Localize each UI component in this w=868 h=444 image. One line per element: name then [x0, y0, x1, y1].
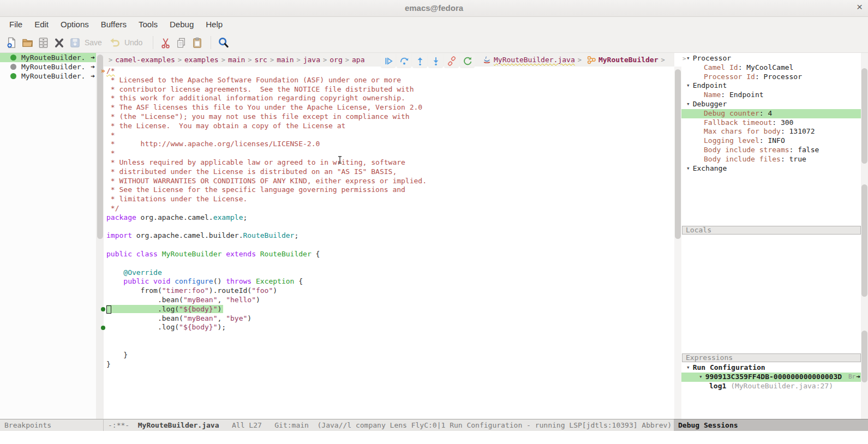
- tree-row-fallback-timeout[interactable]: Fallback timeout: 300: [681, 118, 861, 128]
- tree-row-debug-counter[interactable]: Debug counter: 4: [681, 109, 861, 118]
- code-line[interactable]: .log("${body}");: [106, 323, 427, 332]
- code-line[interactable]: [106, 259, 427, 268]
- menu-item-debug[interactable]: Debug: [164, 16, 200, 33]
- minibuffer[interactable]: [0, 431, 868, 444]
- expander-triangle-icon[interactable]: ▾: [681, 363, 693, 373]
- code-line[interactable]: [106, 341, 427, 351]
- code-line[interactable]: }: [106, 360, 427, 369]
- code-line[interactable]: * limitations under the License.: [106, 195, 427, 204]
- paste-button[interactable]: [190, 35, 204, 50]
- code-line[interactable]: * http://www.apache.org/licenses/LICENSE…: [106, 140, 427, 149]
- code-line[interactable]: from("timer:foo").routeId("foo"): [106, 286, 427, 296]
- tree-row-body-include-streams[interactable]: Body include streams: false: [681, 146, 861, 155]
- breadcrumb-item[interactable]: java: [303, 56, 320, 64]
- menu-item-options[interactable]: Options: [55, 16, 95, 33]
- breadcrumb-item[interactable]: examples: [184, 56, 219, 64]
- debug-continue-button[interactable]: [381, 54, 396, 68]
- code-line[interactable]: * this work for additional information r…: [106, 94, 427, 103]
- expander-triangle-icon[interactable]: ▾: [681, 81, 693, 91]
- editor-scrollbar[interactable]: [674, 67, 681, 419]
- tree-row-processor[interactable]: ▾Processor: [681, 54, 861, 63]
- code-line[interactable]: package org.apache.camel.example;: [106, 213, 427, 223]
- tree-row-endpoint[interactable]: ▾Endpoint: [681, 81, 861, 91]
- tree-row-name[interactable]: Name: Endpoint: [681, 91, 861, 100]
- code-buffer[interactable]: »/* * Licensed to the Apache Software Fo…: [106, 67, 427, 369]
- scrollbar-thumb[interactable]: [861, 68, 867, 164]
- tree-row-logging-level[interactable]: Logging level: INFO: [681, 136, 861, 146]
- expander-triangle-icon[interactable]: ▾: [681, 100, 693, 109]
- tree-row-debugger[interactable]: ▾Debugger: [681, 100, 861, 109]
- tree-row-log1[interactable]: log1 (MyRouteBuilder.java:27): [681, 382, 861, 391]
- breakpoint-item[interactable]: MyRouteBuilder.➔: [0, 62, 96, 71]
- menu-item-help[interactable]: Help: [200, 16, 229, 33]
- code-line[interactable]: * the License. You may obtain a copy of …: [106, 122, 427, 131]
- code-line[interactable]: »/*: [106, 67, 427, 76]
- close-icon[interactable]: ×: [857, 1, 863, 13]
- breadcrumb-filename[interactable]: MyRouteBuilder.java: [494, 56, 575, 64]
- scrollbar-thumb[interactable]: [861, 331, 867, 382]
- tree-row-body-include-files[interactable]: Body include files: true: [681, 155, 861, 164]
- editor-window[interactable]: >camel-examples>examples>main>src>main>j…: [104, 53, 681, 419]
- breadcrumb-item[interactable]: apa: [352, 56, 364, 64]
- save-drawer-button[interactable]: [36, 35, 50, 50]
- menu-item-buffers[interactable]: Buffers: [95, 16, 133, 33]
- open-file-button[interactable]: [20, 35, 34, 50]
- code-line[interactable]: [106, 223, 427, 232]
- breakpoint-item[interactable]: MyRouteBuilder.➔: [0, 53, 96, 62]
- code-line[interactable]: * distributed under the License is distr…: [106, 167, 427, 177]
- expander-triangle-icon[interactable]: ▾: [681, 164, 693, 173]
- expander-triangle-icon[interactable]: ▾: [694, 373, 705, 382]
- sidebar-scrollbar[interactable]: [96, 53, 104, 419]
- debug-disconnect-button[interactable]: [444, 54, 459, 68]
- search-button[interactable]: [216, 35, 230, 50]
- menu-item-tools[interactable]: Tools: [133, 16, 164, 33]
- debug-step-out-button[interactable]: [412, 54, 427, 68]
- breakpoint-item[interactable]: MyRouteBuilder.➔: [0, 71, 96, 81]
- scrollbar-thumb[interactable]: [97, 55, 103, 239]
- code-line[interactable]: * Licensed to the Apache Software Founda…: [106, 76, 427, 85]
- code-line[interactable]: .bean("myBean", "bye"): [106, 314, 427, 323]
- breadcrumb-symbol[interactable]: MyRouteBuilder: [598, 56, 659, 64]
- code-line[interactable]: * WITHOUT WARRANTIES OR CONDITIONS OF AN…: [106, 177, 427, 186]
- code-line[interactable]: * The ASF licenses this file to You unde…: [106, 103, 427, 112]
- debug-step-over-button[interactable]: [397, 54, 411, 68]
- debug-step-in-button[interactable]: [428, 54, 443, 68]
- debug-restart-button[interactable]: [460, 54, 475, 68]
- right-panel-scrollbar[interactable]: [861, 53, 868, 419]
- breakpoint-fringe-icon[interactable]: [101, 307, 105, 311]
- code-line[interactable]: [106, 332, 427, 341]
- code-line[interactable]: .log("${body}"): [106, 305, 427, 314]
- breadcrumb-item[interactable]: camel-examples: [115, 56, 175, 64]
- breadcrumb-item[interactable]: main: [277, 56, 294, 64]
- tree-row-processor-id[interactable]: Processor Id: Processor: [681, 73, 861, 82]
- code-line[interactable]: .bean("myBean", "hello"): [106, 296, 427, 305]
- code-line[interactable]: }: [106, 351, 427, 360]
- code-line[interactable]: * (the "License"); you may not use this …: [106, 112, 427, 122]
- menu-item-edit[interactable]: Edit: [28, 16, 55, 33]
- breadcrumb-item[interactable]: main: [228, 56, 245, 64]
- code-line[interactable]: *: [106, 131, 427, 140]
- breakpoint-fringe-icon[interactable]: [101, 326, 105, 330]
- code-line[interactable]: public void configure() throws Exception…: [106, 277, 427, 286]
- code-line[interactable]: * contributor license agreements. See th…: [106, 85, 427, 94]
- code-line[interactable]: *: [106, 149, 427, 158]
- code-line[interactable]: [106, 241, 427, 250]
- expander-triangle-icon[interactable]: ▾: [681, 54, 693, 63]
- tree-row-990913c359ff4db-000000000000003d[interactable]: ▾990913C359FF4DB-000000000000003DBr➔: [681, 373, 861, 382]
- code-line[interactable]: import org.apache.camel.builder.RouteBui…: [106, 231, 427, 241]
- copy-button[interactable]: [174, 35, 188, 50]
- code-line[interactable]: * See the License for the specific langu…: [106, 185, 427, 195]
- tree-row-exchange[interactable]: ▾Exchange: [681, 164, 861, 173]
- code-line[interactable]: * Unless required by applicable law or a…: [106, 158, 427, 167]
- menu-item-file[interactable]: File: [3, 16, 28, 33]
- tree-row-run-configuration[interactable]: ▾Run Configuration: [681, 363, 861, 373]
- tree-row-max-chars-for-body[interactable]: Max chars for body: 131072: [681, 127, 861, 136]
- scrollbar-thumb[interactable]: [861, 184, 867, 297]
- cut-button[interactable]: [158, 35, 172, 50]
- code-line[interactable]: */: [106, 204, 427, 213]
- scrollbar-thumb[interactable]: [675, 69, 681, 239]
- new-file-button[interactable]: [4, 35, 19, 50]
- code-line[interactable]: public class MyRouteBuilder extends Rout…: [106, 250, 427, 259]
- breadcrumb-item[interactable]: org: [330, 56, 342, 64]
- code-line[interactable]: @Override: [106, 268, 427, 278]
